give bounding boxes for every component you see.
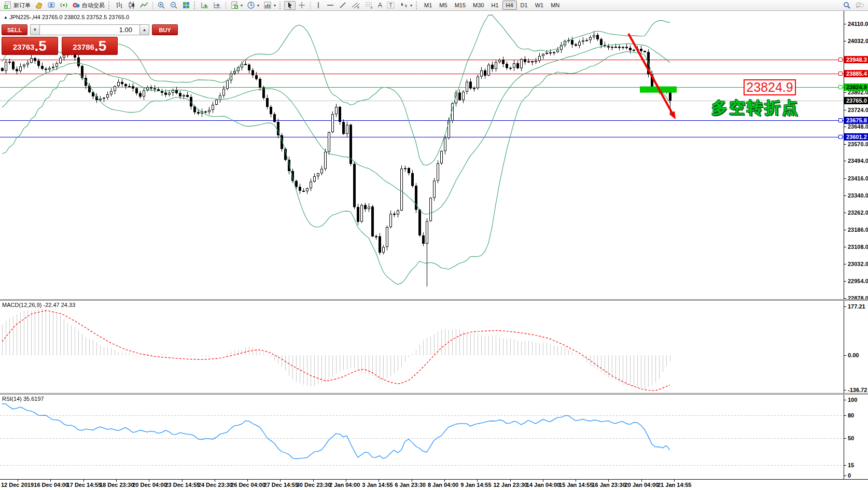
time-axis-tick: [215, 480, 215, 482]
rsi-chart-canvas[interactable]: [0, 395, 844, 479]
clock-icon: [247, 1, 255, 9]
price-axis-tick: 24032.0: [848, 38, 868, 44]
timeframe-button-m5[interactable]: M5: [436, 1, 451, 10]
time-axis-tick: [412, 480, 412, 482]
volume-decrease-button[interactable]: ▼: [30, 24, 40, 35]
timeframe-button-h4[interactable]: H4: [502, 1, 517, 10]
price-callout-label[interactable]: 23824.9: [744, 79, 796, 95]
autotrading-label: 自动交易: [82, 2, 105, 9]
period-button[interactable]: ▾: [245, 1, 261, 10]
profile-button[interactable]: [45, 1, 58, 10]
history-center-icon: [35, 1, 43, 9]
time-axis-label: 21 Jan 14:55: [657, 482, 691, 488]
time-axis-tick: [116, 480, 117, 482]
timeframe-bar: M1M5M15M30H1H4D1W1MN: [421, 1, 563, 10]
price-axis[interactable]: 24110.024032.023802.023724.023648.023570…: [844, 11, 868, 299]
timeframe-button-m15[interactable]: M15: [451, 1, 469, 10]
zoom-in-icon: [157, 1, 165, 9]
fibonacci-tool-button[interactable]: F: [362, 1, 376, 10]
time-axis-label: 16 Jan 23:30: [592, 482, 625, 488]
vertical-line-icon: [315, 1, 322, 9]
zoom-out-icon: [170, 1, 178, 9]
svg-text:T: T: [389, 3, 393, 8]
signals-button[interactable]: [58, 1, 70, 10]
macd-axis-tick: 177.21: [848, 303, 865, 310]
timeframe-button-m30[interactable]: M30: [469, 1, 487, 10]
buy-price-display[interactable]: 23786 .5: [62, 37, 118, 55]
volume-increase-button[interactable]: ▲: [139, 24, 149, 35]
toolbar-drag-handle[interactable]: [108, 2, 111, 9]
price-chart-canvas[interactable]: [0, 11, 844, 299]
time-axis-tick: [50, 480, 51, 482]
price-axis-tick: 23032.0: [848, 261, 868, 267]
sell-button[interactable]: SELL: [2, 24, 27, 35]
new-order-icon: [4, 1, 12, 9]
rsi-panel: RSI(14) 35.6197 1008050150: [0, 395, 868, 479]
line-chart-mode-button[interactable]: [138, 1, 150, 10]
time-axis-tick: [510, 480, 511, 482]
timeframe-button-w1[interactable]: W1: [531, 1, 548, 10]
volume-input[interactable]: [40, 24, 139, 35]
turning-point-annotation[interactable]: 多空转折点: [711, 97, 800, 119]
up-triangle-icon: ▲: [4, 15, 8, 20]
search-button[interactable]: [841, 1, 853, 10]
time-axis-label: 20 Dec 04:00: [132, 482, 167, 488]
buy-button[interactable]: BUY: [152, 24, 178, 35]
history-center-button[interactable]: [33, 1, 45, 10]
add-indicator-icon: [230, 1, 239, 9]
timeframe-button-mn[interactable]: MN: [547, 1, 563, 10]
toolbar-drag-handle[interactable]: [194, 2, 197, 9]
channel-tool-button[interactable]: E: [349, 1, 362, 10]
price-tag: 23948.3: [844, 56, 868, 63]
time-axis-tick: [247, 480, 248, 482]
trendline-tool-button[interactable]: [337, 1, 349, 10]
auto-scroll-button[interactable]: [199, 1, 211, 10]
time-axis-label: 12 Jan 23:30: [494, 482, 527, 488]
cursor-tool-button[interactable]: [284, 1, 296, 10]
template-button[interactable]: ▾: [261, 1, 278, 10]
text-label-icon: T: [386, 1, 396, 9]
sell-price-display[interactable]: 23763 .5: [2, 37, 58, 55]
tile-windows-button[interactable]: [180, 1, 192, 10]
time-axis-label: 26 Dec 04:00: [231, 482, 265, 488]
autotrading-button[interactable]: 自动交易: [70, 1, 107, 10]
price-axis-tick: 23340.0: [848, 192, 868, 199]
new-order-button[interactable]: 新订单: [2, 1, 33, 10]
text-tool-button[interactable]: A: [376, 1, 384, 10]
zoom-in-button[interactable]: [155, 1, 167, 10]
rsi-indicator-label: RSI(14) 35.6197: [2, 396, 44, 402]
vertical-line-tool-button[interactable]: [313, 1, 324, 10]
crosshair-tool-button[interactable]: [296, 1, 308, 10]
timeframe-button-m1[interactable]: M1: [421, 1, 436, 10]
toolbar-drag-handle[interactable]: [416, 2, 419, 9]
chart-symbol: JPN225-,H4: [9, 14, 40, 20]
sell-price-main: 23763: [13, 41, 35, 53]
horizontal-line-tool-button[interactable]: [324, 1, 337, 10]
macd-chart-canvas[interactable]: [0, 301, 844, 393]
bar-chart-mode-button[interactable]: [113, 1, 125, 10]
time-axis[interactable]: 12 Dec 201916 Dec 04:0017 Dec 14:5518 De…: [0, 479, 868, 490]
price-tag: 23824.9: [844, 83, 868, 91]
time-axis-tick: [608, 480, 609, 482]
arrows-icon: [400, 1, 408, 9]
candlestick-mode-button[interactable]: [125, 1, 138, 10]
macd-panel: MACD(12,26,9) -22.47 24.33 177.210.00-13…: [0, 301, 868, 393]
zoom-out-button[interactable]: [167, 1, 180, 10]
time-axis-label: 20 Jan 04:00: [625, 482, 659, 488]
add-indicator-button[interactable]: ▾: [228, 1, 245, 10]
text-label-tool-button[interactable]: T: [384, 1, 398, 10]
timeframe-button-h1[interactable]: H1: [487, 1, 502, 10]
rsi-axis[interactable]: 1008050150: [844, 395, 868, 479]
chart-shift-button[interactable]: [211, 1, 223, 10]
time-axis-tick: [477, 480, 478, 482]
macd-axis[interactable]: 177.210.00-136.72: [844, 301, 868, 393]
time-axis-label: 14 Jan 04:00: [526, 482, 560, 488]
time-axis-tick: [576, 480, 576, 482]
rsi-axis-tick: 100: [848, 397, 857, 403]
timeframe-button-d1[interactable]: D1: [517, 1, 531, 10]
toolbar-drag-handle[interactable]: [279, 2, 283, 9]
price-tag: 23885.4: [844, 70, 868, 77]
price-axis-tick: 23570.0: [848, 141, 868, 147]
arrows-tool-button[interactable]: ▾: [398, 1, 414, 10]
chat-button[interactable]: [853, 1, 866, 10]
